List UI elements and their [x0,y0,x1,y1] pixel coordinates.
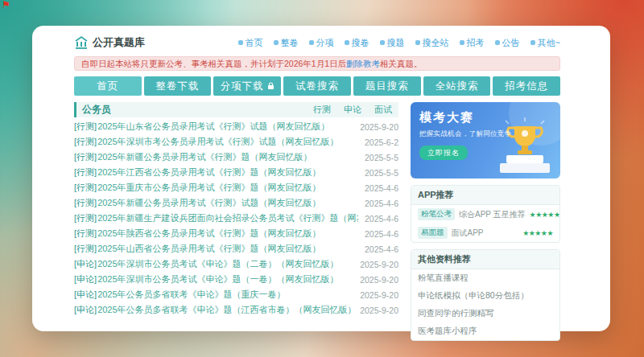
top-nav-link[interactable]: 分项 [309,37,334,49]
resource-link[interactable]: 同查同学的行测精写 [411,305,559,322]
exam-tag[interactable]: [行测] [74,151,97,163]
nav-section-download-label: 分项下载 [221,80,264,93]
app-description: 面试APP [452,228,484,239]
exam-title-link[interactable]: 2025年山西省公务员录用考试《行测》题（网友回忆版） [97,243,358,255]
exam-title-link[interactable]: 2025年深圳市公务员考试《申论》题（一卷）（网友回忆版） [97,273,353,285]
exam-date: 2025-9-20 [360,122,398,132]
nav-question-search-button[interactable]: 题目搜索 [353,76,421,96]
exam-title-link[interactable]: 2025年新疆公务员录用考试《行测》题（网友回忆版） [97,151,358,163]
category-filters: 行测 申论 面试 [313,104,392,116]
top-nav-label: 招考 [467,37,485,49]
nav-section-download-button[interactable]: 分项下载 [213,76,281,96]
top-nav-label: 整卷 [281,37,299,49]
exam-title-link[interactable]: 2025年新疆生产建设兵团面向社会招录公务员考试《行测》题（网友回忆版） [97,212,358,224]
exam-title-link[interactable]: 2025年公务员多省联考《申论》题（江西省市卷）（网友回忆版） [97,304,353,316]
banner-text-block: 模考大赛 把握实战机会，了解同位竞争 立即报名 [419,110,511,160]
exam-date: 2025-4-6 [365,229,398,239]
exam-tag[interactable]: [申论] [74,258,97,270]
app-recommend-card: APP推荐 粉笔公考 综合APP 五星推荐 ★★★★★ 易面题 [411,185,560,243]
exam-list-row: [行测] 2025年陕西省公务员录用考试《行测》题（网友回忆版） 2025-4-… [74,226,398,241]
notice-text: 自即日起本站将只更新公考、事考相关真题，并计划于2026年1月1日后 [81,59,346,68]
nav-paper-search-button[interactable]: 试卷搜索 [283,76,351,96]
exam-date: 2025-4-6 [365,244,398,254]
exam-title-link[interactable]: 2025年深圳市公务员考试《申论》题（二卷）（网友回忆版） [97,258,353,270]
notice-bar: 自即日起本站将只更新公考、事考相关真题，并计划于2026年1月1日后删除教考相关… [74,56,560,71]
exam-list-row: [行测] 2025年深圳市考公务员录用考试《行测》试题（网友回忆版） 2025-… [74,134,398,150]
exam-tag[interactable]: [行测] [74,182,97,194]
exam-date: 2025-4-6 [365,199,398,208]
sidebar: 模考大赛 把握实战机会，了解同位竞争 立即报名 [411,102,560,341]
exam-tag[interactable]: [行测] [74,212,97,224]
top-nav-link[interactable]: 招考 [460,37,485,49]
exam-list-row: [行测] 2025年新疆公务员录用考试《行测》题（网友回忆版） 2025-5-5 [74,150,398,165]
notice-link[interactable]: 删除教考 [346,59,380,68]
banner-signup-button[interactable]: 立即报名 [419,146,468,160]
nav-site-search-button[interactable]: 全站搜索 [423,76,491,96]
exam-title-link[interactable]: 2025年陕西省公务员录用考试《行测》题（网友回忆版） [97,228,358,240]
lock-icon [267,82,275,90]
resource-link[interactable]: 医考题库小程序 [411,322,559,340]
exam-list-row: [行测] 2025年山西省公务员录用考试《行测》题（网友回忆版） 2025-4-… [74,241,398,256]
exam-list-row: [行测] 2025年重庆市公务员录用考试《行测》题（网友回忆版） 2025-4-… [74,180,398,195]
resource-link[interactable]: 粉笔直播课程 [411,269,559,287]
top-nav-link[interactable]: 搜卷 [345,37,369,49]
nav-home-button[interactable]: 首页 [74,76,142,96]
top-nav-label: 其他~ [538,37,560,49]
other-resources-card: 其他资料推荐 粉笔直播课程 申论纸模拟（申论80分包括） 同查同学的行测精写 医… [411,249,560,341]
exam-date: 2025-9-20 [360,306,398,315]
exam-title-link[interactable]: 2025年深圳市考公务员录用考试《行测》试题（网友回忆版） [97,136,358,148]
exam-tag[interactable]: [行测] [74,197,97,209]
filter-link[interactable]: 行测 [313,104,331,116]
exam-tag[interactable]: [申论] [74,289,97,301]
exam-tag[interactable]: [申论] [74,273,97,285]
exam-list-panel: 公务员 行测 申论 面试 [行测] [74,102,398,341]
exam-tag[interactable]: [行测] [74,136,97,148]
nav-recruit-info-button[interactable]: 招考信息 [493,76,560,96]
exam-tag[interactable]: [行测] [74,243,97,255]
top-nav-link[interactable]: 公告 [495,37,520,49]
main-nav: 首页 整卷下载 分项下载 试卷搜索 题目搜索 全站搜索 招考信息 [74,76,560,96]
top-nav-label: 搜全站 [423,37,449,49]
exam-title-link[interactable]: 2025年公务员多省联考《申论》题（重庆一卷） [97,289,353,301]
top-nav-link[interactable]: 其他~ [530,37,560,49]
exam-date: 2025-5-5 [365,153,398,162]
exam-list-row: [申论] 2025年深圳市公务员考试《申论》题（二卷）（网友回忆版） 2025-… [74,256,398,272]
exam-title-link[interactable]: 2025年重庆市公务员录用考试《行测》题（网友回忆版） [97,182,358,194]
exam-date: 2025-6-2 [365,137,398,147]
exam-tag[interactable]: [申论] [74,304,97,316]
other-resources-list: 粉笔直播课程 申论纸模拟（申论80分包括） 同查同学的行测精写 医考题库小程序 [411,269,559,340]
mock-contest-banner[interactable]: 模考大赛 把握实战机会，了解同位竞争 立即报名 [411,102,560,178]
exam-title-link[interactable]: 2025年江西省公务员录用考试《行测》题（网友回忆版） [97,166,358,178]
nav-bullet-icon [274,40,279,45]
top-nav-link[interactable]: 整卷 [274,37,299,49]
nav-bullet-icon [495,40,500,45]
app-tag[interactable]: 易面题 [418,227,448,239]
exam-list: [行测] 2025年山东省公务员录用考试《行测》试题（网友回忆版） 2025-9… [74,119,398,318]
exam-date: 2025-4-6 [365,183,398,193]
nav-full-paper-download-button[interactable]: 整卷下载 [144,76,212,96]
exam-list-row: [行测] 2025年新疆公务员录用考试《行测》试题（网友回忆版） 2025-4-… [74,195,398,211]
top-nav-link[interactable]: 首页 [238,37,263,49]
banner-title: 模考大赛 [419,110,511,125]
top-nav-link[interactable]: 搜全站 [415,37,449,49]
filter-link[interactable]: 面试 [374,104,392,116]
site-logo-text: 公开真题库 [93,35,145,50]
exam-tag[interactable]: [行测] [74,228,97,240]
top-nav: 首页 整卷 分项 搜卷 [238,37,560,49]
exam-tag[interactable]: [行测] [74,121,97,133]
filter-link[interactable]: 申论 [344,104,361,116]
exam-title-link[interactable]: 2025年新疆公务员录用考试《行测》试题（网友回忆版） [97,197,358,209]
star-rating: ★★★★★ [522,229,553,237]
category-title[interactable]: 公务员 [82,103,111,117]
category-strip: 公务员 行测 申论 面试 [74,102,398,117]
exam-date: 2025-4-6 [365,214,398,224]
app-tag[interactable]: 粉笔公考 [418,208,455,220]
site-logo[interactable]: 公开真题库 [74,35,145,50]
exam-tag[interactable]: [行测] [74,166,97,178]
site-card: 公开真题库 首页 整卷 分项 [32,26,610,331]
exam-title-link[interactable]: 2025年山东省公务员录用考试《行测》试题（网友回忆版） [97,121,353,133]
corner-flag-icon: ⚑ [2,0,10,10]
resource-link[interactable]: 申论纸模拟（申论80分包括） [411,287,559,305]
nav-bullet-icon [345,40,349,45]
top-nav-link[interactable]: 搜题 [380,37,405,49]
